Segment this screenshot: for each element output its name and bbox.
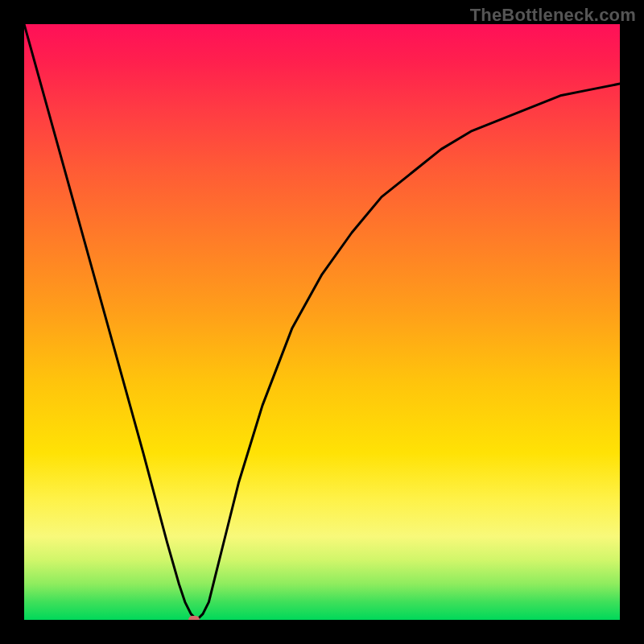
bottleneck-curve <box>24 24 620 620</box>
watermark-text: TheBottleneck.com <box>470 5 636 26</box>
chart-frame: TheBottleneck.com <box>0 0 644 644</box>
minimum-marker-icon <box>188 616 200 620</box>
plot-area <box>24 24 620 620</box>
